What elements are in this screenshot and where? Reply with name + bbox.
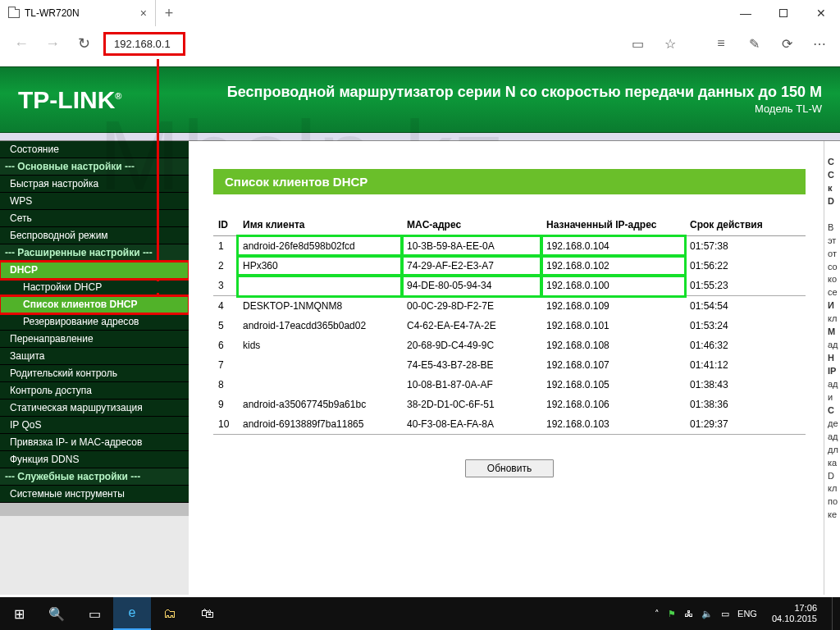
search-icon[interactable]: 🔍: [38, 597, 75, 630]
store-icon[interactable]: 🛍: [189, 597, 226, 630]
cell-ip: 192.168.0.100: [541, 276, 685, 296]
sidebar-item-wlan[interactable]: Беспроводной режим: [0, 227, 189, 244]
cell-id: 4: [213, 296, 238, 317]
tray-chevron-icon[interactable]: ˄: [655, 609, 660, 619]
cell-lease: 01:53:24: [685, 316, 806, 336]
cell-ip: 192.168.0.108: [541, 336, 685, 355]
tab-title: TL-WR720N: [25, 7, 80, 19]
cell-id: 5: [213, 316, 238, 336]
sidebar: Состояние --- Основные настройки --- Быс…: [0, 141, 189, 595]
forward-button[interactable]: →: [38, 29, 67, 58]
tab-favicon: [8, 9, 20, 18]
tray-volume-icon[interactable]: 🔈: [701, 609, 713, 619]
back-button[interactable]: ←: [7, 29, 36, 58]
cell-name: [238, 276, 402, 296]
address-bar[interactable]: 192.168.0.1: [103, 32, 185, 56]
sidebar-item-dhcp-clients[interactable]: Список клиентов DHCP: [0, 296, 189, 313]
cell-id: 2: [213, 256, 238, 276]
edge-icon[interactable]: e: [113, 597, 151, 630]
sidebar-item-access[interactable]: Контроль доступа: [0, 382, 189, 399]
nav-menu: Состояние --- Основные настройки --- Быс…: [0, 141, 189, 503]
cell-lease: 01:29:37: [685, 414, 806, 435]
sidebar-item-forward[interactable]: Перенаправление: [0, 331, 189, 348]
cell-id: 6: [213, 336, 238, 355]
cell-ip: 192.168.0.102: [541, 256, 685, 276]
sidebar-section-advanced: --- Расширенные настройки ---: [0, 244, 189, 262]
tray-notify-icon[interactable]: ▭: [721, 609, 729, 619]
sidebar-item-ddns[interactable]: Функция DDNS: [0, 451, 189, 468]
refresh-button[interactable]: ↻: [69, 29, 98, 58]
hub-icon[interactable]: ≡: [707, 30, 735, 57]
tray-clock[interactable]: 17:0604.10.2015: [765, 603, 824, 623]
col-id: ID: [213, 214, 238, 236]
sidebar-section-service: --- Служебные настройки ---: [0, 468, 189, 486]
window-tabbar: TL-WR720N × + — ✕: [0, 0, 840, 26]
router-banner: TP-LINK® Беспроводной маршрутизатор сери…: [0, 66, 840, 133]
sidebar-item-dhcp-settings[interactable]: Настройки DHCP: [0, 279, 189, 296]
sidebar-item-quick[interactable]: Быстрая настройка: [0, 176, 189, 193]
more-icon[interactable]: ⋯: [806, 30, 833, 57]
maximize-button[interactable]: [765, 0, 802, 26]
sidebar-item-route[interactable]: Статическая маршрутизация: [0, 399, 189, 417]
sidebar-item-binding[interactable]: Привязка IP- и MAC-адресов: [0, 434, 189, 451]
browser-tab[interactable]: TL-WR720N ×: [0, 0, 156, 26]
table-row: 4DESKTOP-1NMQNM800-0C-29-8D-F2-7E192.168…: [213, 296, 806, 317]
sidebar-item-dhcp[interactable]: DHCP: [0, 262, 189, 279]
cell-mac: C4-62-EA-E4-7A-2E: [402, 316, 541, 336]
sidebar-item-net[interactable]: Сеть: [0, 210, 189, 227]
cell-id: 7: [213, 355, 238, 375]
cell-name: android-17eacdd365b0ad02: [238, 316, 402, 336]
brand-logo: TP-LINK®: [18, 86, 121, 114]
col-ip: Назначенный IP-адрес: [541, 214, 685, 236]
sidebar-item-parent[interactable]: Родительский контроль: [0, 365, 189, 382]
sidebar-scrollbar[interactable]: [0, 503, 189, 595]
banner-title: Беспроводной маршрутизатор серии N со ск…: [227, 83, 822, 102]
taskview-icon[interactable]: ▭: [75, 597, 113, 630]
col-mac: MAC-адрес: [402, 214, 541, 236]
col-name: Имя клиента: [238, 214, 402, 236]
share-icon[interactable]: ⟳: [773, 30, 801, 57]
tray-network-icon[interactable]: 🖧: [684, 609, 693, 619]
sidebar-section-basic: --- Основные настройки ---: [0, 158, 189, 176]
cell-lease: 01:38:43: [685, 375, 806, 395]
main-panel: Список клиентов DHCP ID Имя клиента MAC-…: [189, 141, 824, 595]
cell-mac: 20-68-9D-C4-49-9C: [402, 336, 541, 355]
sidebar-item-wps[interactable]: WPS: [0, 193, 189, 210]
banner-model: Модель TL-W: [227, 103, 822, 116]
sidebar-item-security[interactable]: Защита: [0, 348, 189, 365]
cell-ip: 192.168.0.106: [541, 395, 685, 414]
tray-flag-icon[interactable]: ⚑: [668, 609, 676, 619]
webnote-icon[interactable]: ✎: [740, 30, 768, 57]
cell-id: 1: [213, 236, 238, 257]
col-lease: Срок действия: [685, 214, 806, 236]
table-row: 10android-6913889f7ba1186540-F3-08-EA-FA…: [213, 414, 806, 435]
cell-ip: 192.168.0.107: [541, 355, 685, 375]
sidebar-item-systools[interactable]: Системные инструменты: [0, 486, 189, 503]
cell-id: 10: [213, 414, 238, 435]
start-button[interactable]: ⊞: [0, 597, 38, 630]
refresh-clients-button[interactable]: Обновить: [465, 459, 554, 477]
cell-ip: 192.168.0.103: [541, 414, 685, 435]
table-row: 9android-a35067745b9a61bc38-2D-D1-0C-6F-…: [213, 395, 806, 414]
cell-mac: 40-F3-08-EA-FA-8A: [402, 414, 541, 435]
sidebar-item-qos[interactable]: IP QoS: [0, 417, 189, 434]
cell-id: 9: [213, 395, 238, 414]
tray-lang[interactable]: ENG: [737, 609, 757, 619]
cell-mac: 94-DE-80-05-94-34: [402, 276, 541, 296]
new-tab-button[interactable]: +: [156, 1, 182, 25]
explorer-icon[interactable]: 🗂: [151, 597, 189, 630]
system-tray: ˄ ⚑ 🖧 🔈 ▭ ENG 17:0604.10.2015: [655, 597, 840, 630]
cell-name: android-a35067745b9a61bc: [238, 395, 402, 414]
show-desktop[interactable]: [832, 597, 837, 630]
tab-close-icon[interactable]: ×: [140, 7, 147, 20]
favorite-icon[interactable]: ☆: [656, 30, 684, 57]
sidebar-item-status[interactable]: Состояние: [0, 141, 189, 158]
cell-mac: 74-29-AF-E2-E3-A7: [402, 256, 541, 276]
cell-lease: 01:41:12: [685, 355, 806, 375]
reading-view-icon[interactable]: ▭: [623, 30, 651, 57]
content-area: Состояние --- Основные настройки --- Быс…: [0, 141, 840, 595]
cell-lease: 01:55:23: [685, 276, 806, 296]
table-header-row: ID Имя клиента MAC-адрес Назначенный IP-…: [213, 214, 806, 236]
minimize-button[interactable]: —: [727, 0, 765, 26]
close-button[interactable]: ✕: [802, 0, 840, 26]
